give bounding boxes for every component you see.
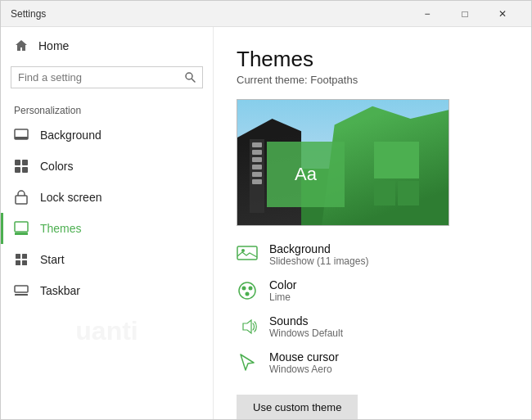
mouse-cursor-item-value: Windows Aero xyxy=(269,364,339,375)
theme-item-sounds[interactable]: Sounds Windows Default xyxy=(237,314,508,339)
use-custom-theme-button[interactable]: Use custom theme xyxy=(237,395,358,419)
color-item-name: Color xyxy=(269,278,296,291)
background-icon xyxy=(14,128,29,142)
maximize-button[interactable]: □ xyxy=(446,1,484,27)
sidebar-themes-label: Themes xyxy=(40,222,82,235)
mouse-cursor-item-name: Mouse cursor xyxy=(269,350,339,364)
svg-rect-4 xyxy=(15,160,20,165)
settings-window: Settings − □ ✕ Home xyxy=(0,0,532,420)
sidebar: Home Personalization xyxy=(1,27,214,419)
svg-rect-3 xyxy=(15,137,28,139)
background-item-name: Background xyxy=(269,242,368,255)
sounds-item-name: Sounds xyxy=(269,314,343,327)
background-item-value: Slideshow (11 images) xyxy=(269,255,368,267)
lock-screen-icon xyxy=(14,190,29,205)
sidebar-item-background[interactable]: Background xyxy=(1,120,213,151)
preview-green-blocks xyxy=(374,142,419,207)
themes-icon xyxy=(14,221,29,236)
green-block-row xyxy=(374,181,419,205)
sidebar-item-lock-screen[interactable]: Lock screen xyxy=(1,182,213,213)
personalization-label: Personalization xyxy=(1,98,213,120)
background-item-info: Background Slideshow (11 images) xyxy=(269,242,368,267)
sidebar-colors-label: Colors xyxy=(40,160,73,173)
svg-point-20 xyxy=(242,287,246,291)
taskbar-item-6 xyxy=(252,179,262,184)
titlebar-controls: − □ ✕ xyxy=(408,1,521,27)
taskbar-item-5 xyxy=(252,172,262,177)
svg-point-19 xyxy=(239,282,255,299)
page-title: Themes xyxy=(237,47,508,72)
sounds-item-info: Sounds Windows Default xyxy=(269,314,343,339)
titlebar: Settings − □ ✕ xyxy=(1,1,531,27)
preview-aa-text: Aa xyxy=(295,164,317,185)
titlebar-title: Settings xyxy=(11,8,408,20)
svg-rect-11 xyxy=(16,254,20,259)
green-block-small-2 xyxy=(398,181,419,205)
search-box[interactable] xyxy=(11,66,203,88)
color-item-value: Lime xyxy=(269,291,296,303)
svg-point-22 xyxy=(246,292,250,296)
taskbar-item-4 xyxy=(252,165,262,169)
sidebar-watermark: uanti xyxy=(1,306,213,355)
svg-line-1 xyxy=(192,79,196,83)
taskbar-icon xyxy=(14,283,29,298)
current-theme-label: Current theme: Footpaths xyxy=(237,74,508,86)
sidebar-home-label: Home xyxy=(38,39,69,52)
svg-point-21 xyxy=(249,287,253,291)
preview-taskbar-side xyxy=(250,139,264,213)
svg-point-18 xyxy=(241,249,245,252)
watermark-text: uanti xyxy=(75,316,138,346)
taskbar-item-3 xyxy=(252,157,262,162)
search-input[interactable] xyxy=(18,71,180,84)
sidebar-background-label: Background xyxy=(40,129,101,142)
mouse-cursor-item-info: Mouse cursor Windows Aero xyxy=(269,350,339,375)
svg-rect-10 xyxy=(15,233,28,235)
theme-items: Background Slideshow (11 images) xyxy=(237,242,508,375)
sidebar-item-taskbar[interactable]: Taskbar xyxy=(1,275,213,306)
search-icon xyxy=(185,72,196,83)
svg-rect-5 xyxy=(22,160,28,165)
start-icon xyxy=(14,252,29,267)
svg-rect-8 xyxy=(16,196,27,204)
svg-rect-6 xyxy=(15,167,20,173)
svg-rect-7 xyxy=(22,167,28,173)
preview-inner-window: Aa xyxy=(267,142,345,207)
sounds-item-icon xyxy=(237,316,258,337)
main-layout: Home Personalization xyxy=(1,27,531,419)
color-item-icon xyxy=(237,280,258,301)
background-item-icon xyxy=(237,244,258,265)
svg-rect-14 xyxy=(22,260,27,265)
sidebar-item-home[interactable]: Home xyxy=(1,30,213,61)
svg-rect-12 xyxy=(22,254,27,259)
svg-marker-23 xyxy=(243,320,251,333)
taskbar-item-1 xyxy=(252,142,262,147)
minimize-button[interactable]: − xyxy=(408,1,446,27)
theme-item-mouse-cursor[interactable]: Mouse cursor Windows Aero xyxy=(237,350,508,375)
sidebar-item-start[interactable]: Start xyxy=(1,244,213,275)
colors-icon xyxy=(14,159,29,174)
mouse-cursor-item-icon xyxy=(237,352,258,373)
theme-item-color[interactable]: Color Lime xyxy=(237,278,508,303)
color-item-info: Color Lime xyxy=(269,278,296,303)
svg-rect-17 xyxy=(237,246,257,260)
green-block-top xyxy=(374,142,419,178)
svg-rect-9 xyxy=(15,222,28,232)
theme-preview: Aa xyxy=(237,99,449,226)
sidebar-taskbar-label: Taskbar xyxy=(40,284,80,297)
sidebar-lock-screen-label: Lock screen xyxy=(40,191,101,204)
close-button[interactable]: ✕ xyxy=(484,1,521,27)
svg-rect-15 xyxy=(15,286,28,292)
taskbar-item-2 xyxy=(252,150,262,155)
green-block-small-1 xyxy=(374,181,395,205)
sidebar-item-colors[interactable]: Colors xyxy=(1,151,213,182)
svg-point-0 xyxy=(186,73,192,79)
svg-rect-13 xyxy=(16,260,20,265)
sidebar-item-themes[interactable]: Themes xyxy=(1,213,213,244)
content-area: Themes Current theme: Footpaths Aa xyxy=(214,27,531,419)
sidebar-start-label: Start xyxy=(40,253,65,266)
theme-item-background[interactable]: Background Slideshow (11 images) xyxy=(237,242,508,267)
home-icon xyxy=(14,38,29,53)
svg-rect-16 xyxy=(15,294,28,296)
sounds-item-value: Windows Default xyxy=(269,327,343,339)
